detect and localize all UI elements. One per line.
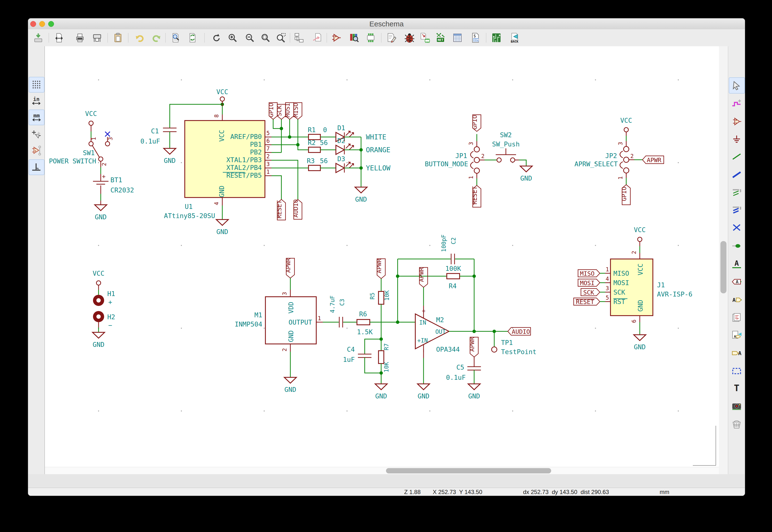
apwr-r5[interactable]: APWR <box>375 258 385 291</box>
place-symbol-button[interactable] <box>729 114 744 129</box>
led-row-3[interactable]: R3 56 D3 YELLOW <box>307 155 391 173</box>
titlebar[interactable]: Eeschema <box>28 18 745 30</box>
run-pcbnew-button[interactable] <box>490 31 503 44</box>
hidden-pins-button[interactable] <box>29 143 44 158</box>
mcu-u1[interactable]: VCC 8 VCC AREF/PB0 PB1 PB2 XTAL1/PB3 XTA… <box>164 88 271 236</box>
gnd-symbol-leds[interactable]: GND <box>355 137 367 203</box>
find-button[interactable] <box>169 31 182 44</box>
leave-sheet-button[interactable] <box>311 31 323 44</box>
page-settings-button[interactable] <box>53 31 65 44</box>
place-junction-button[interactable] <box>729 238 744 254</box>
place-image-button[interactable] <box>729 398 744 414</box>
units-mm-button[interactable]: mm <box>29 110 44 125</box>
bus-to-bus-entry-button[interactable] <box>729 202 744 218</box>
units-inches-button[interactable]: in <box>29 93 44 108</box>
hierarchy-navigator-button[interactable] <box>292 31 305 44</box>
select-tool-button[interactable] <box>729 77 745 93</box>
zoom-selection-button[interactable] <box>275 31 287 44</box>
global-label-miso[interactable]: MISO <box>292 103 302 146</box>
undo-button[interactable] <box>133 31 146 44</box>
opamp-m2[interactable]: IN +IN OUT M2 OPA344 + − <box>415 306 460 358</box>
connector-j1[interactable]: VCC 2 VCC GND 1 4 3 5 MISO MOSI SCK <box>605 226 692 351</box>
place-bus-button[interactable] <box>729 167 744 182</box>
print-button[interactable] <box>74 31 86 44</box>
place-global-label-button[interactable]: A <box>729 274 744 289</box>
place-hierarchical-label-button[interactable]: A <box>729 292 744 308</box>
symbol-editor-button[interactable] <box>330 31 342 44</box>
vertical-scrollbar-thumb[interactable] <box>720 241 726 293</box>
no-connect-button[interactable] <box>729 220 744 235</box>
svg-text:AUDIO: AUDIO <box>292 199 299 217</box>
audio-label: AUDIO <box>512 328 530 335</box>
highlight-net-icon <box>731 98 742 109</box>
status-gap <box>28 474 745 488</box>
erc-button[interactable] <box>403 31 416 44</box>
resistor-r7[interactable]: R7 10K GND <box>375 343 390 400</box>
place-net-label-button[interactable]: A <box>729 256 744 272</box>
pushbutton-sw2[interactable]: SW2 SW_Push GND <box>492 131 532 182</box>
place-graphic-lines-button[interactable] <box>729 363 744 379</box>
footprint-assign-chip-button[interactable] <box>364 31 377 44</box>
apwr-m2[interactable]: APWR <box>418 267 428 306</box>
find-replace-button[interactable] <box>186 31 199 44</box>
place-wire-button[interactable] <box>729 149 744 164</box>
plot-button[interactable] <box>91 31 103 44</box>
redo-button[interactable] <box>150 31 163 44</box>
capacitor-c3[interactable]: 4.7uF C3 <box>323 296 357 327</box>
output-net[interactable]: AUDIO TP1 TestPoint <box>449 327 536 356</box>
delete-tool-button[interactable] <box>729 416 744 432</box>
global-label-audio-u1[interactable]: AUDIO <box>292 199 302 219</box>
mic-m1[interactable]: APWR 3 VDD GND M1 INMP504 OUTPUT 1 2 GND <box>235 258 323 393</box>
feedback-c2[interactable]: 100pF C2 <box>398 235 474 322</box>
place-text-button[interactable]: T <box>729 380 744 396</box>
reference: D1 <box>337 124 345 132</box>
schematic: VCC 1 2 3 SW1 POWER SWITCH <box>45 46 719 467</box>
generate-netlist-button[interactable]: NET <box>434 31 447 44</box>
horizontal-scrollbar-thumb[interactable] <box>386 468 551 473</box>
j1-global-labels[interactable]: MISO MOSI SCK RESET <box>574 270 605 305</box>
redraw-view-button[interactable] <box>210 31 223 44</box>
resistor-r6[interactable]: R6 1.5K <box>357 310 415 336</box>
horizontal-scrollbar[interactable] <box>45 467 719 474</box>
save-button[interactable] <box>32 31 45 44</box>
grid-toggle-button[interactable] <box>29 77 44 92</box>
highlight-net-button[interactable] <box>729 96 744 111</box>
zoom-fit-button[interactable] <box>259 31 272 44</box>
assign-footprints-button[interactable] <box>419 31 431 44</box>
vertical-scrollbar[interactable] <box>719 46 728 474</box>
switch-sw1[interactable]: 1 2 3 SW1 POWER SWITCH <box>49 132 114 166</box>
schematic-canvas[interactable]: VCC 1 2 3 SW1 POWER SWITCH <box>45 46 719 467</box>
led-row-1[interactable]: R1 0 D1 WHITE <box>308 124 386 142</box>
zoom-in-button[interactable] <box>226 31 239 44</box>
jumper-jp1[interactable]: GPIO 3 2 1 JP1 BUTTON_MODE RESET <box>425 115 497 207</box>
paste-button[interactable] <box>112 31 124 44</box>
symbol-browser-button[interactable] <box>348 31 360 44</box>
gnd-label: GND <box>375 392 387 400</box>
zoom-out-button[interactable] <box>243 31 256 44</box>
gnd-m2[interactable]: GND <box>418 358 430 400</box>
battery-bt1[interactable]: + BT1 CR2032 <box>93 161 134 205</box>
annotate-button[interactable] <box>385 31 398 44</box>
svg-text:SCK: SCK <box>276 105 283 116</box>
ladybug-icon <box>404 32 415 43</box>
capacitor-c4[interactable]: C4 1uF <box>343 339 381 373</box>
feedback-r4[interactable]: 100K R4 <box>396 259 476 331</box>
pin-number: 1 <box>91 137 97 140</box>
bom-button[interactable]: $BOM <box>469 31 482 44</box>
import-sheet-pin-button[interactable]: A <box>729 327 744 343</box>
wire-to-bus-entry-button[interactable] <box>729 185 744 200</box>
cursor-shape-button[interactable] <box>29 127 44 142</box>
power-flag-vcc-sw1[interactable]: VCC <box>85 110 97 142</box>
holes-h1-h2[interactable]: VCC H1 + H2 − GND <box>92 270 115 348</box>
gnd-symbol-bt1[interactable]: GND <box>95 205 107 221</box>
place-sheet-pin-button[interactable]: A <box>729 345 744 361</box>
place-power-port-button[interactable] <box>729 132 744 147</box>
jumper-jp2[interactable]: VCC 3 2 APWR 1 GPIO JP2 <box>574 117 664 205</box>
dip-chip-icon <box>365 32 376 43</box>
global-label-reset-u1[interactable]: RESET <box>276 199 285 220</box>
orthogonal-wires-button[interactable] <box>29 160 44 175</box>
place-hierarchical-sheet-button[interactable] <box>729 310 744 325</box>
edit-fields-table-button[interactable] <box>451 31 464 44</box>
back-import-button[interactable]: BACK <box>508 31 520 44</box>
resistor-r5[interactable]: R5 10K <box>369 290 391 351</box>
